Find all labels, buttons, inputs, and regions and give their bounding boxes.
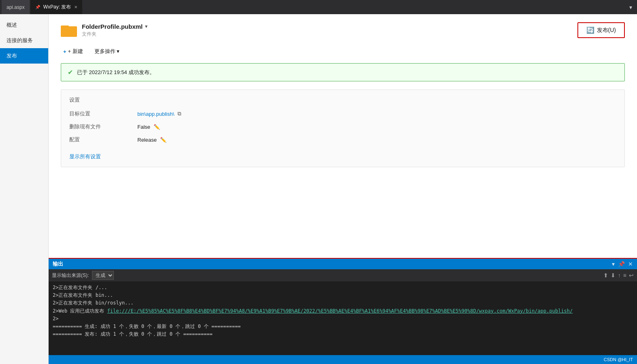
config-text: Release bbox=[137, 137, 157, 143]
publish-button[interactable]: 🔄 发布(U) bbox=[577, 22, 625, 38]
output-toolbar: 显示输出来源(S): 生成 ⬆ ⬇ ↑ ≡ ↩ bbox=[49, 269, 637, 281]
settings-row-target: 目标位置 bin\app.publish\ ⧉ bbox=[69, 110, 616, 117]
publish-btn-icon: 🔄 bbox=[586, 26, 594, 34]
output-nav-prev-icon[interactable]: ↑ bbox=[618, 272, 621, 279]
tab-api[interactable]: api.aspx bbox=[2, 0, 30, 14]
output-title: 输出 bbox=[53, 260, 609, 268]
output-header: 输出 ▾ 📌 ✕ bbox=[49, 259, 637, 269]
success-banner: ✔ 已于 2022/7/12 19:54 成功发布。 bbox=[61, 63, 625, 81]
settings-row-config: 配置 Release ✏️ bbox=[69, 136, 616, 143]
sidebar: 概述 连接的服务 发布 bbox=[0, 14, 49, 364]
output-content: 2>正在发布文件夹 /... 2>正在发布文件夹 bin... 2>正在发布文件… bbox=[49, 281, 637, 355]
tab-bar: api.aspx 📌 WxPay: 发布 ✕ ▾ bbox=[0, 0, 637, 14]
config-value: Release ✏️ bbox=[137, 137, 167, 143]
output-line-7: ========== 发布: 成功 1 个，失败 0 个，跳过 0 个 ====… bbox=[53, 330, 633, 338]
output-close-btn[interactable]: ✕ bbox=[628, 261, 633, 267]
output-line-1: 2>正在发布文件夹 /... bbox=[53, 284, 633, 292]
output-nav-up-icon[interactable]: ⬆ bbox=[603, 272, 608, 279]
show-all-settings-link[interactable]: 显示所有设置 bbox=[69, 153, 101, 160]
output-dropdown-btn[interactable]: ▾ bbox=[612, 261, 615, 267]
publish-toolbar: + + 新建 更多操作 ▾ bbox=[61, 46, 625, 57]
settings-row-delete: 删除现有文件 False ✏️ bbox=[69, 123, 616, 130]
publish-header: FolderProfile.pubxml ▾ 文件夹 🔄 发布(U) bbox=[61, 22, 625, 38]
tab-overflow-icon[interactable]: ▾ bbox=[629, 4, 635, 11]
publish-header-left: FolderProfile.pubxml ▾ 文件夹 bbox=[61, 23, 147, 38]
more-actions-label: 更多操作 ▾ bbox=[94, 48, 120, 55]
target-location-label: 目标位置 bbox=[69, 110, 134, 117]
new-label: + 新建 bbox=[68, 48, 83, 55]
output-line-5: 2> bbox=[53, 315, 633, 323]
tab-close-icon[interactable]: ✕ bbox=[74, 5, 77, 9]
output-line-6: ========== 生成: 成功 1 个，失败 0 个，最新 0 个，跳过 0… bbox=[53, 323, 633, 330]
settings-title: 设置 bbox=[69, 96, 616, 104]
output-source-select[interactable]: 生成 bbox=[92, 271, 114, 280]
delete-files-value: False ✏️ bbox=[137, 124, 160, 130]
tab-api-label: api.aspx bbox=[6, 4, 25, 10]
output-line-4: 2>Web 应用已成功发布 file:///E:/%E5%85%AC%E5%8F… bbox=[53, 307, 633, 315]
publish-title-group: FolderProfile.pubxml ▾ 文件夹 bbox=[82, 23, 147, 38]
sidebar-item-publish[interactable]: 发布 bbox=[0, 48, 48, 64]
publish-profile-type: 文件夹 bbox=[82, 31, 147, 38]
success-message: 已于 2022/7/12 19:54 成功发布。 bbox=[77, 69, 155, 76]
profile-dropdown-icon[interactable]: ▾ bbox=[145, 24, 147, 29]
status-bar: CSDN @HI_IT bbox=[49, 355, 637, 364]
tab-wxpay-label: WxPay: 发布 bbox=[43, 4, 71, 11]
new-icon: + bbox=[63, 49, 66, 55]
sidebar-item-overview[interactable]: 概述 bbox=[0, 17, 48, 33]
delete-files-text: False bbox=[137, 124, 150, 130]
folder-icon bbox=[61, 24, 77, 37]
copy-icon[interactable]: ⧉ bbox=[177, 111, 181, 117]
edit-delete-icon[interactable]: ✏️ bbox=[154, 124, 160, 130]
output-line-3: 2>正在发布文件夹 bin/roslyn... bbox=[53, 299, 633, 307]
edit-config-icon[interactable]: ✏️ bbox=[160, 137, 167, 143]
output-header-actions: ▾ 📌 ✕ bbox=[612, 261, 633, 267]
tab-pin-icon: 📌 bbox=[35, 5, 40, 9]
output-source-label: 显示输出来源(S): bbox=[52, 272, 89, 279]
output-line-2: 2>正在发布文件夹 bin... bbox=[53, 292, 633, 299]
main-area: 概述 连接的服务 发布 FolderProfile.pubxml ▾ bbox=[0, 14, 637, 364]
config-label: 配置 bbox=[69, 136, 134, 143]
publish-btn-label: 发布(U) bbox=[597, 27, 616, 34]
settings-section: 设置 目标位置 bin\app.publish\ ⧉ 删除现有文件 False … bbox=[61, 89, 625, 167]
status-text: CSDN @HI_IT bbox=[604, 357, 633, 362]
more-actions-button[interactable]: 更多操作 ▾ bbox=[92, 46, 122, 57]
publish-panel: FolderProfile.pubxml ▾ 文件夹 🔄 发布(U) + + 新… bbox=[49, 14, 637, 258]
output-file-link[interactable]: file:///E:/%E5%85%AC%E5%8F%B8%E4%BD%BF%E… bbox=[107, 308, 573, 314]
publish-profile-title: FolderProfile.pubxml ▾ bbox=[82, 23, 147, 30]
delete-files-label: 删除现有文件 bbox=[69, 123, 134, 130]
tab-wxpay[interactable]: 📌 WxPay: 发布 ✕ bbox=[30, 0, 83, 14]
content-area: FolderProfile.pubxml ▾ 文件夹 🔄 发布(U) + + 新… bbox=[49, 14, 637, 364]
sidebar-item-connected[interactable]: 连接的服务 bbox=[0, 33, 48, 48]
target-location-value: bin\app.publish\ ⧉ bbox=[137, 111, 181, 117]
success-icon: ✔ bbox=[68, 68, 73, 76]
output-wrap-icon[interactable]: ↩ bbox=[629, 272, 634, 279]
new-button[interactable]: + + 新建 bbox=[61, 46, 86, 57]
output-nav-down-icon[interactable]: ⬇ bbox=[611, 272, 616, 279]
output-clear-icon[interactable]: ≡ bbox=[623, 272, 626, 279]
output-panel: 输出 ▾ 📌 ✕ 显示输出来源(S): 生成 ⬆ ⬇ ↑ ≡ ↩ bbox=[49, 258, 637, 355]
target-location-link[interactable]: bin\app.publish\ bbox=[137, 111, 174, 117]
output-toolbar-icons: ⬆ ⬇ ↑ ≡ ↩ bbox=[603, 272, 634, 279]
output-pin-btn[interactable]: 📌 bbox=[618, 261, 625, 267]
